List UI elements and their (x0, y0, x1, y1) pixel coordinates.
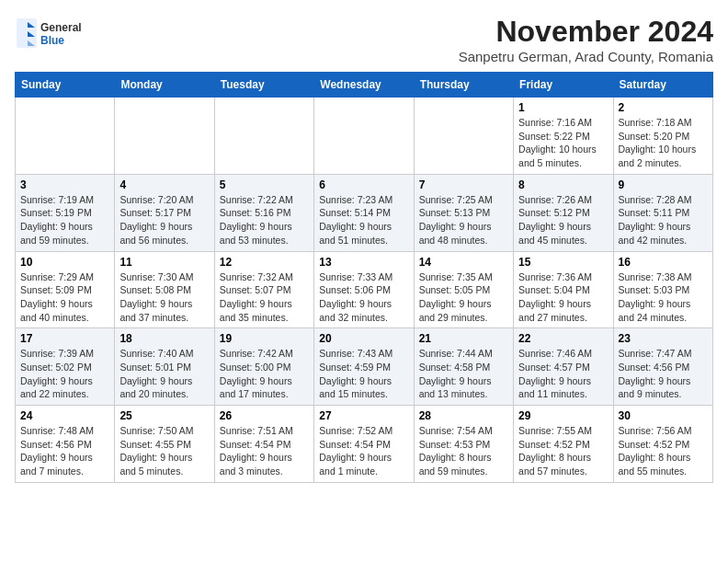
header: General Blue November 2024 Sanpetru Germ… (15, 15, 713, 64)
calendar-cell: 20Sunrise: 7:43 AM Sunset: 4:59 PM Dayli… (314, 328, 414, 406)
col-saturday: Saturday (613, 73, 712, 98)
calendar-cell: 27Sunrise: 7:52 AM Sunset: 4:54 PM Dayli… (314, 406, 414, 483)
day-info: Sunrise: 7:18 AM Sunset: 5:20 PM Dayligh… (619, 116, 708, 170)
calendar-cell: 3Sunrise: 7:19 AM Sunset: 5:19 PM Daylig… (16, 174, 115, 251)
day-info: Sunrise: 7:56 AM Sunset: 4:52 PM Dayligh… (619, 424, 708, 478)
day-number: 28 (419, 409, 508, 422)
calendar-cell: 2Sunrise: 7:18 AM Sunset: 5:20 PM Daylig… (613, 98, 712, 175)
day-number: 20 (319, 332, 408, 345)
day-info: Sunrise: 7:50 AM Sunset: 4:55 PM Dayligh… (119, 424, 209, 478)
day-info: Sunrise: 7:33 AM Sunset: 5:06 PM Dayligh… (319, 270, 408, 325)
day-number: 23 (619, 332, 708, 345)
day-number: 6 (319, 178, 408, 191)
day-info: Sunrise: 7:22 AM Sunset: 5:16 PM Dayligh… (220, 193, 309, 247)
day-number: 2 (619, 101, 708, 114)
day-info: Sunrise: 7:16 AM Sunset: 5:22 PM Dayligh… (518, 116, 608, 170)
day-number: 1 (518, 101, 608, 114)
calendar-cell: 1Sunrise: 7:16 AM Sunset: 5:22 PM Daylig… (514, 98, 613, 175)
day-info: Sunrise: 7:47 AM Sunset: 4:56 PM Dayligh… (619, 347, 708, 401)
calendar-header-row: Sunday Monday Tuesday Wednesday Thursday… (16, 73, 713, 98)
calendar-cell: 23Sunrise: 7:47 AM Sunset: 4:56 PM Dayli… (613, 328, 712, 406)
day-number: 12 (220, 256, 309, 269)
calendar-cell: 8Sunrise: 7:26 AM Sunset: 5:12 PM Daylig… (514, 174, 613, 251)
month-title: November 2024 (459, 15, 713, 49)
svg-rect-2 (17, 18, 37, 48)
title-area: November 2024 Sanpetru German, Arad Coun… (459, 15, 713, 64)
day-number: 14 (419, 256, 508, 269)
day-info: Sunrise: 7:51 AM Sunset: 4:54 PM Dayligh… (220, 424, 309, 478)
day-number: 17 (20, 332, 109, 345)
day-number: 3 (20, 178, 109, 191)
col-monday: Monday (115, 73, 214, 98)
calendar-cell (115, 98, 214, 175)
calendar-cell (214, 98, 313, 175)
day-number: 19 (220, 332, 309, 345)
logo-svg: General Blue (15, 15, 97, 52)
col-friday: Friday (514, 73, 613, 98)
day-info: Sunrise: 7:43 AM Sunset: 4:59 PM Dayligh… (319, 347, 408, 401)
day-info: Sunrise: 7:46 AM Sunset: 4:57 PM Dayligh… (518, 347, 608, 401)
calendar-cell: 29Sunrise: 7:55 AM Sunset: 4:52 PM Dayli… (514, 406, 613, 483)
day-info: Sunrise: 7:40 AM Sunset: 5:01 PM Dayligh… (119, 347, 209, 401)
calendar-cell: 22Sunrise: 7:46 AM Sunset: 4:57 PM Dayli… (514, 328, 613, 406)
day-number: 29 (518, 409, 608, 422)
day-info: Sunrise: 7:48 AM Sunset: 4:56 PM Dayligh… (20, 424, 109, 478)
calendar-cell: 12Sunrise: 7:32 AM Sunset: 5:07 PM Dayli… (214, 251, 313, 328)
day-number: 9 (619, 178, 708, 191)
calendar-cell (414, 98, 513, 175)
svg-text:General: General (40, 21, 82, 34)
calendar-cell: 24Sunrise: 7:48 AM Sunset: 4:56 PM Dayli… (16, 406, 115, 483)
day-info: Sunrise: 7:54 AM Sunset: 4:53 PM Dayligh… (419, 424, 508, 478)
day-info: Sunrise: 7:39 AM Sunset: 5:02 PM Dayligh… (20, 347, 109, 401)
calendar-cell: 17Sunrise: 7:39 AM Sunset: 5:02 PM Dayli… (16, 328, 115, 406)
calendar-cell: 19Sunrise: 7:42 AM Sunset: 5:00 PM Dayli… (214, 328, 313, 406)
day-info: Sunrise: 7:29 AM Sunset: 5:09 PM Dayligh… (20, 270, 109, 325)
calendar-cell: 13Sunrise: 7:33 AM Sunset: 5:06 PM Dayli… (314, 251, 414, 328)
day-info: Sunrise: 7:36 AM Sunset: 5:04 PM Dayligh… (518, 270, 608, 325)
svg-text:Blue: Blue (40, 34, 64, 47)
day-info: Sunrise: 7:26 AM Sunset: 5:12 PM Dayligh… (518, 193, 608, 247)
calendar-table: Sunday Monday Tuesday Wednesday Thursday… (15, 72, 713, 483)
calendar-cell: 26Sunrise: 7:51 AM Sunset: 4:54 PM Dayli… (214, 406, 313, 483)
day-info: Sunrise: 7:28 AM Sunset: 5:11 PM Dayligh… (619, 193, 708, 247)
calendar-cell (16, 98, 115, 175)
day-number: 21 (419, 332, 508, 345)
calendar-cell: 5Sunrise: 7:22 AM Sunset: 5:16 PM Daylig… (214, 174, 313, 251)
col-sunday: Sunday (16, 73, 115, 98)
day-info: Sunrise: 7:32 AM Sunset: 5:07 PM Dayligh… (220, 270, 309, 325)
day-number: 22 (518, 332, 608, 345)
day-info: Sunrise: 7:20 AM Sunset: 5:17 PM Dayligh… (119, 193, 209, 247)
calendar-week-4: 17Sunrise: 7:39 AM Sunset: 5:02 PM Dayli… (16, 328, 713, 406)
day-number: 4 (119, 178, 209, 191)
day-info: Sunrise: 7:35 AM Sunset: 5:05 PM Dayligh… (419, 270, 508, 325)
day-number: 5 (220, 178, 309, 191)
day-number: 10 (20, 256, 109, 269)
day-info: Sunrise: 7:44 AM Sunset: 4:58 PM Dayligh… (419, 347, 508, 401)
calendar-cell: 15Sunrise: 7:36 AM Sunset: 5:04 PM Dayli… (514, 251, 613, 328)
day-info: Sunrise: 7:19 AM Sunset: 5:19 PM Dayligh… (20, 193, 109, 247)
day-number: 27 (319, 409, 408, 422)
calendar-week-1: 1Sunrise: 7:16 AM Sunset: 5:22 PM Daylig… (16, 98, 713, 175)
calendar-cell: 25Sunrise: 7:50 AM Sunset: 4:55 PM Dayli… (115, 406, 214, 483)
calendar-cell: 28Sunrise: 7:54 AM Sunset: 4:53 PM Dayli… (414, 406, 513, 483)
day-info: Sunrise: 7:55 AM Sunset: 4:52 PM Dayligh… (518, 424, 608, 478)
calendar-cell: 11Sunrise: 7:30 AM Sunset: 5:08 PM Dayli… (115, 251, 214, 328)
calendar-cell: 30Sunrise: 7:56 AM Sunset: 4:52 PM Dayli… (613, 406, 712, 483)
col-thursday: Thursday (414, 73, 513, 98)
col-tuesday: Tuesday (214, 73, 313, 98)
location-subtitle: Sanpetru German, Arad County, Romania (459, 49, 713, 64)
calendar-cell (314, 98, 414, 175)
calendar-week-5: 24Sunrise: 7:48 AM Sunset: 4:56 PM Dayli… (16, 406, 713, 483)
day-info: Sunrise: 7:30 AM Sunset: 5:08 PM Dayligh… (119, 270, 209, 325)
day-number: 24 (20, 409, 109, 422)
day-info: Sunrise: 7:23 AM Sunset: 5:14 PM Dayligh… (319, 193, 408, 247)
day-number: 25 (119, 409, 209, 422)
col-wednesday: Wednesday (314, 73, 414, 98)
calendar-cell: 4Sunrise: 7:20 AM Sunset: 5:17 PM Daylig… (115, 174, 214, 251)
day-number: 15 (518, 256, 608, 269)
calendar-cell: 10Sunrise: 7:29 AM Sunset: 5:09 PM Dayli… (16, 251, 115, 328)
calendar-cell: 14Sunrise: 7:35 AM Sunset: 5:05 PM Dayli… (414, 251, 513, 328)
day-number: 13 (319, 256, 408, 269)
calendar-week-2: 3Sunrise: 7:19 AM Sunset: 5:19 PM Daylig… (16, 174, 713, 251)
day-info: Sunrise: 7:42 AM Sunset: 5:00 PM Dayligh… (220, 347, 309, 401)
